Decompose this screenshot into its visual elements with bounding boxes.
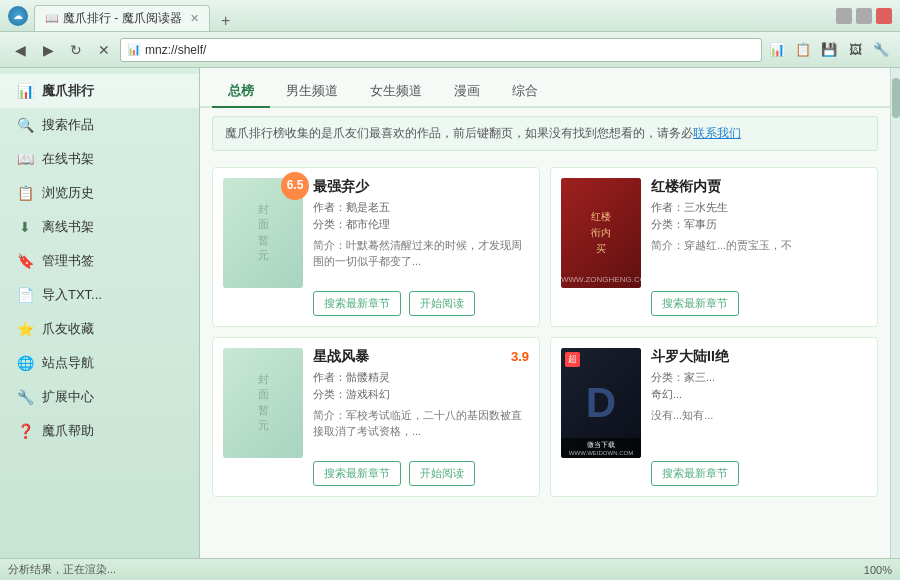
tab-male-label: 男生频道	[286, 83, 338, 98]
book-desc-1: 简介：叶默蓦然清醒过来的时候，才发现周围的一切似乎都变了...	[313, 237, 529, 282]
url-text: mnz://shelf/	[145, 43, 206, 57]
sidebar-item-history[interactable]: 📋 浏览历史	[0, 176, 199, 210]
tab-manga-label: 漫画	[454, 83, 480, 98]
toolbar-right: 📊 📋 💾 🖼 🔧	[766, 39, 892, 61]
sidebar-label-favorites: 爪友收藏	[42, 320, 94, 338]
book-title-row-4: 斗罗大陆II绝	[651, 348, 867, 366]
minimize-button[interactable]	[836, 8, 852, 24]
sidebar-label-offline-shelf: 离线书架	[42, 218, 94, 236]
sidebar-item-offline-shelf[interactable]: ⬇ 离线书架	[0, 210, 199, 244]
screenshot-icon[interactable]: 🖼	[844, 39, 866, 61]
new-tab-button[interactable]: +	[214, 11, 238, 31]
book-title-3: 星战风暴	[313, 348, 369, 366]
book-cover-2: 红楼衔内买 WWW.ZONGHENG.COM	[561, 178, 641, 288]
scroll-track[interactable]	[890, 68, 900, 558]
book-meta-4: 分类：家三... 奇幻...	[651, 369, 867, 404]
content-tabs: 总榜 男生频道 女生频道 漫画 综合	[200, 68, 890, 108]
start-reading-btn-3[interactable]: 开始阅读	[409, 461, 475, 486]
search-chapter-btn-4[interactable]: 搜索最新章节	[651, 461, 739, 486]
statusbar: 分析结果，正在渲染... 100%	[0, 558, 900, 580]
book-title-1: 最强弃少	[313, 178, 369, 196]
book-card-3: 封面暂元 星战风暴 3.9 作者：骷髅精灵 分类：游戏科幻 简介：军校考试临近，…	[212, 337, 540, 497]
book-desc-3: 简介：军校考试临近，二十八的基因数被直接取消了考试资格，...	[313, 407, 529, 452]
stop-button[interactable]: ✕	[92, 38, 116, 62]
tab-male[interactable]: 男生频道	[270, 76, 354, 108]
tab-close-button[interactable]: ✕	[190, 12, 199, 25]
sidebar-label-search: 搜索作品	[42, 116, 94, 134]
sidebar-item-site-nav[interactable]: 🌐 站点导航	[0, 346, 199, 380]
sidebar-item-search[interactable]: 🔍 搜索作品	[0, 108, 199, 142]
book-title-4: 斗罗大陆II绝	[651, 348, 729, 366]
tab-total-label: 总榜	[228, 83, 254, 98]
save-icon[interactable]: 💾	[818, 39, 840, 61]
offline-shelf-icon: ⬇	[16, 219, 34, 235]
sidebar-label-help: 魔爪帮助	[42, 422, 94, 440]
favorites-icon: ⭐	[16, 321, 34, 337]
sidebar-item-ranking[interactable]: 📊 魔爪排行	[0, 74, 199, 108]
book-actions-3: 搜索最新章节 开始阅读	[313, 461, 529, 486]
book-meta-3: 作者：骷髅精灵 分类：游戏科幻	[313, 369, 529, 404]
window-controls	[836, 8, 892, 24]
tab-total[interactable]: 总榜	[212, 76, 270, 108]
tab-title: 魔爪排行 - 魔爪阅读器	[63, 10, 182, 27]
help-icon: ❓	[16, 423, 34, 439]
app-icon	[8, 6, 28, 26]
search-chapter-btn-3[interactable]: 搜索最新章节	[313, 461, 401, 486]
watermark-2: WWW.ZONGHENG.COM	[561, 275, 641, 284]
tools-icon[interactable]: 🔧	[870, 39, 892, 61]
extensions-icon: 🔧	[16, 389, 34, 405]
book-info-3: 星战风暴 3.9 作者：骷髅精灵 分类：游戏科幻 简介：军校考试临近，二十八的基…	[313, 348, 529, 486]
tab-area: 📖 魔爪排行 - 魔爪阅读器 ✕ +	[34, 0, 836, 31]
book-cover-3: 封面暂元	[223, 348, 303, 458]
book-title-2: 红楼衔内贾	[651, 178, 721, 196]
book-actions-2: 搜索最新章节	[651, 291, 867, 316]
sidebar-label-site-nav: 站点导航	[42, 354, 94, 372]
sidebar-item-bookmarks[interactable]: 🔖 管理书签	[0, 244, 199, 278]
scroll-thumb[interactable]	[892, 78, 900, 118]
bookmarks-icon[interactable]: 📊	[766, 39, 788, 61]
tab-general[interactable]: 综合	[496, 76, 554, 108]
sidebar-item-favorites[interactable]: ⭐ 爪友收藏	[0, 312, 199, 346]
sidebar-item-online-shelf[interactable]: 📖 在线书架	[0, 142, 199, 176]
online-shelf-icon: 📖	[16, 151, 34, 167]
banner-link[interactable]: 联系我们	[693, 126, 741, 140]
sidebar-item-import-txt[interactable]: 📄 导入TXT...	[0, 278, 199, 312]
sidebar-label-history: 浏览历史	[42, 184, 94, 202]
sidebar-item-extensions[interactable]: 🔧 扩展中心	[0, 380, 199, 414]
book-card-2: 红楼衔内买 WWW.ZONGHENG.COM 红楼衔内贾 作者：三水先生 分类：…	[550, 167, 878, 327]
import-txt-icon: 📄	[16, 287, 34, 303]
sidebar-label-extensions: 扩展中心	[42, 388, 94, 406]
book-info-1: 最强弃少 作者：鹅是老五 分类：都市伦理 简介：叶默蓦然清醒过来的时候，才发现周…	[313, 178, 529, 316]
rss-icon[interactable]: 📋	[792, 39, 814, 61]
book-title-row-1: 最强弃少	[313, 178, 529, 196]
book-cover-4: D 微当下载 WWW.WEIDOWN.COM 超	[561, 348, 641, 458]
reload-button[interactable]: ↻	[64, 38, 88, 62]
book-score-3: 3.9	[511, 349, 529, 364]
tab-general-label: 综合	[512, 83, 538, 98]
tab-female[interactable]: 女生频道	[354, 76, 438, 108]
tab-manga[interactable]: 漫画	[438, 76, 496, 108]
close-button[interactable]	[876, 8, 892, 24]
sidebar-label-online-shelf: 在线书架	[42, 150, 94, 168]
book-desc-4: 没有...知有...	[651, 407, 867, 452]
book-info-4: 斗罗大陆II绝 分类：家三... 奇幻... 没有...知有... 搜索最新章节	[651, 348, 867, 486]
address-bar[interactable]: 📊 mnz://shelf/	[120, 38, 762, 62]
sidebar-label-bookmarks: 管理书签	[42, 252, 94, 270]
browser-tab[interactable]: 📖 魔爪排行 - 魔爪阅读器 ✕	[34, 5, 210, 31]
watermark-4: 微当下载	[563, 440, 639, 450]
banner-text: 魔爪排行榜收集的是爪友们最喜欢的作品，前后键翻页，如果没有找到您想看的，请务必	[225, 126, 693, 140]
book-actions-1: 搜索最新章节 开始阅读	[313, 291, 529, 316]
status-text: 分析结果，正在渲染...	[8, 562, 116, 577]
forward-button[interactable]: ▶	[36, 38, 60, 62]
book-title-row-2: 红楼衔内贾	[651, 178, 867, 196]
search-chapter-btn-2[interactable]: 搜索最新章节	[651, 291, 739, 316]
address-favicon: 📊	[127, 43, 141, 56]
search-chapter-btn-1[interactable]: 搜索最新章节	[313, 291, 401, 316]
maximize-button[interactable]	[856, 8, 872, 24]
sidebar-item-help[interactable]: ❓ 魔爪帮助	[0, 414, 199, 448]
sidebar: 📊 魔爪排行 🔍 搜索作品 📖 在线书架 📋 浏览历史 ⬇ 离线书架 🔖 管理书…	[0, 68, 200, 558]
start-reading-btn-1[interactable]: 开始阅读	[409, 291, 475, 316]
book-cover-1: 封面暂元 6.5	[223, 178, 303, 288]
zoom-level: 100%	[864, 564, 892, 576]
back-button[interactable]: ◀	[8, 38, 32, 62]
